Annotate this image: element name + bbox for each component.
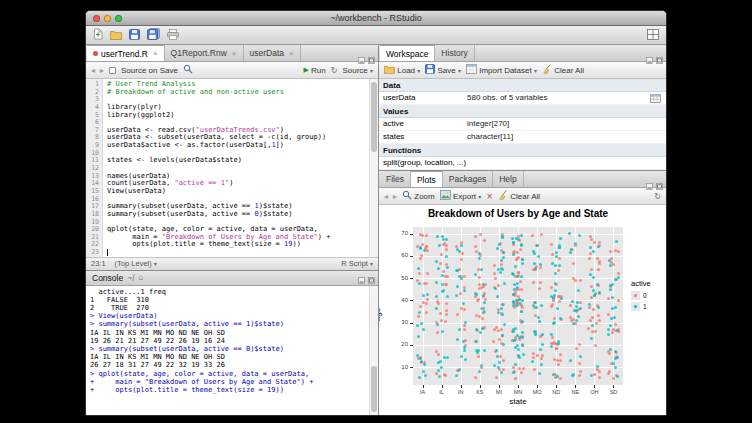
code-editor[interactable]: 1234567891011121314151617181920212223 # … xyxy=(86,79,378,257)
close-icon[interactable]: × xyxy=(153,49,158,58)
plot-point xyxy=(493,264,496,267)
tab-help[interactable]: Help xyxy=(493,171,523,187)
plot-point xyxy=(541,354,544,357)
maximize-pane-button[interactable] xyxy=(656,50,663,68)
back-icon[interactable]: ◂ xyxy=(91,66,95,75)
clear-workspace-button[interactable]: Clear All xyxy=(542,64,584,76)
y-tick-label: 60 xyxy=(392,252,408,258)
rerun-icon[interactable]: ↻ xyxy=(331,66,338,75)
tab-plots[interactable]: Plots xyxy=(411,171,443,187)
plot-point xyxy=(417,267,420,270)
panes-layout-button[interactable] xyxy=(647,26,659,44)
plot-point xyxy=(537,255,540,258)
clear-plots-button[interactable]: Clear All xyxy=(498,190,540,202)
save-all-button[interactable] xyxy=(147,26,160,44)
plot-point xyxy=(512,304,515,307)
workspace-object-row[interactable]: split(group, location, ...) xyxy=(379,157,666,170)
tab-workspace[interactable]: Workspace xyxy=(380,45,435,61)
minimize-pane-button[interactable] xyxy=(358,50,365,68)
new-file-button[interactable] xyxy=(93,26,103,44)
plot-point xyxy=(555,251,558,254)
console-line: > View(userData) xyxy=(90,312,369,320)
view-data-grid-icon[interactable] xyxy=(650,94,661,107)
plot-point xyxy=(541,343,544,346)
close-window-button[interactable] xyxy=(93,15,100,22)
import-dataset-button[interactable]: Import Dataset ▾ xyxy=(466,64,537,76)
editor-scrollbar[interactable] xyxy=(369,79,378,257)
maximize-pane-button[interactable] xyxy=(656,176,663,194)
plot-point xyxy=(519,302,522,305)
forward-icon[interactable]: ▸ xyxy=(100,66,104,75)
source-on-save-checkbox[interactable] xyxy=(109,67,116,74)
plot-point xyxy=(535,306,538,309)
minimize-window-button[interactable] xyxy=(104,15,111,22)
plot-point xyxy=(578,374,581,377)
plot-point xyxy=(607,333,610,336)
source-tab-userdata[interactable]: userData× xyxy=(244,45,301,61)
plot-point xyxy=(458,368,461,371)
find-icon[interactable] xyxy=(183,64,193,76)
tab-history[interactable]: History xyxy=(435,45,474,61)
workspace-object-row[interactable]: statescharacter[11] xyxy=(379,131,666,144)
zoom-window-button[interactable] xyxy=(115,15,122,22)
remove-plot-icon[interactable]: × xyxy=(486,192,493,201)
x-tick xyxy=(423,385,424,388)
plot-point xyxy=(589,252,592,255)
plot-point xyxy=(438,244,441,247)
x-tick-label: KS xyxy=(472,389,488,395)
workspace-object-row[interactable]: userData580 obs. of 5 variables xyxy=(379,92,666,105)
plot-point xyxy=(437,302,440,305)
workspace-object-row[interactable]: activeinteger[270] xyxy=(379,118,666,131)
plot-point xyxy=(475,340,478,343)
print-button[interactable] xyxy=(167,26,179,44)
export-plot-button[interactable]: Export ▾ xyxy=(440,190,482,202)
code-text[interactable]: # User Trend Analysis# Breakdown of acti… xyxy=(103,79,369,257)
load-workspace-button[interactable]: Load ▾ xyxy=(384,65,420,76)
zoom-label: Zoom xyxy=(414,192,434,201)
cursor-position: 23:1 xyxy=(91,259,106,268)
minimize-pane-button[interactable] xyxy=(358,276,365,286)
plot-point xyxy=(538,372,541,375)
scrollbar-thumb[interactable] xyxy=(371,366,377,412)
plot-point xyxy=(596,283,599,286)
close-icon[interactable]: × xyxy=(289,49,294,58)
plot-point xyxy=(521,336,524,339)
plot-point xyxy=(551,336,554,339)
plot-point xyxy=(559,353,562,356)
plot-point xyxy=(460,244,463,247)
run-button[interactable]: ▶ Run xyxy=(303,66,325,75)
tab-packages[interactable]: Packages xyxy=(443,171,493,187)
console-output[interactable]: active....1 freq1 FALSE 3102 TRUE 270> V… xyxy=(86,286,369,415)
panes-layout-icon xyxy=(647,26,659,44)
previous-plot-icon[interactable]: ◂ xyxy=(384,192,388,201)
titlebar[interactable]: ~/workbench - RStudio xyxy=(86,11,666,26)
console-working-directory[interactable]: ~/ xyxy=(127,273,134,283)
console-tabbar[interactable]: Console ~/ ⌂ xyxy=(86,271,378,286)
scrollbar-thumb[interactable] xyxy=(371,82,377,152)
plot-point xyxy=(474,245,477,248)
maximize-pane-button[interactable] xyxy=(368,276,375,286)
save-button[interactable] xyxy=(129,26,140,44)
open-file-button[interactable] xyxy=(110,26,122,44)
save-workspace-button[interactable]: Save ▾ xyxy=(425,64,461,76)
next-plot-icon[interactable]: ▸ xyxy=(393,192,397,201)
plot-point xyxy=(496,355,499,358)
maximize-pane-button[interactable] xyxy=(368,50,375,68)
file-type-selector[interactable]: R Script ▾ xyxy=(341,259,373,268)
tab-files[interactable]: Files xyxy=(380,171,411,187)
console-scrollbar[interactable] xyxy=(369,286,378,415)
object-name: userData xyxy=(383,92,467,104)
source-tab-q1report-rnw[interactable]: Q1Report.Rnw× xyxy=(165,45,244,61)
workspace-object-list: DatauserData580 obs. of 5 variablesValue… xyxy=(379,79,666,170)
scope-selector[interactable]: (Top Level) ▾ xyxy=(115,259,157,268)
close-icon[interactable]: × xyxy=(232,49,237,58)
plots-tabbar: FilesPlotsPackagesHelp xyxy=(379,171,666,188)
tab-label: Plots xyxy=(417,175,436,185)
zoom-plot-button[interactable]: Zoom xyxy=(402,190,435,202)
minimize-pane-button[interactable] xyxy=(646,176,653,194)
source-tab-usertrend-r[interactable]: userTrend.R× xyxy=(87,45,165,61)
plot-point xyxy=(589,246,592,249)
minimize-pane-button[interactable] xyxy=(646,50,653,68)
legend-key-label: 1 xyxy=(643,303,647,310)
clear-all-label: Clear All xyxy=(554,66,584,75)
